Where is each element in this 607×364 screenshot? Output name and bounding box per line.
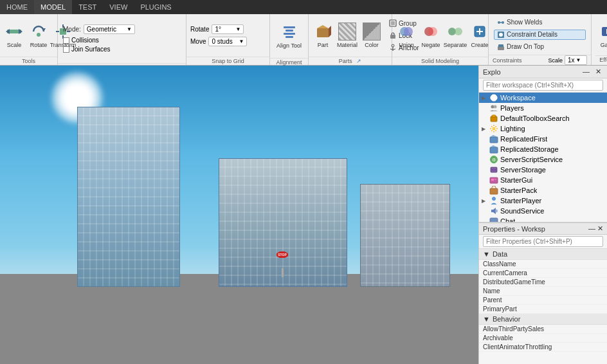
filter-properties-input[interactable]: [483, 236, 603, 247]
prop-client-animator[interactable]: ClientAnimatorThrottling: [479, 343, 607, 352]
ribbon-effects-section: Game Effects: [592, 14, 607, 65]
filter-workspace-input[interactable]: [483, 80, 603, 91]
menu-model[interactable]: MODEL: [34, 0, 72, 14]
prop-primary-label: PrimaryPart: [483, 305, 543, 313]
rotate-dropdown[interactable]: 1° ▼: [212, 24, 244, 34]
constraint-details-button[interactable]: Constraint Details: [494, 30, 586, 40]
prop-parent-value: [543, 296, 604, 304]
collisions-checkbox[interactable]: [63, 37, 69, 44]
prop-dgt-label: DistributedGameTime: [483, 278, 545, 286]
svg-rect-37: [498, 44, 503, 47]
players-label: Players: [500, 104, 524, 112]
chat-label: Chat: [500, 217, 515, 222]
material-icon: [338, 23, 356, 41]
data-section-label: Data: [493, 250, 507, 258]
align-tool-button[interactable]: Align Tool: [273, 17, 305, 55]
mode-label: Mode:: [63, 26, 81, 33]
prop-parent[interactable]: Parent: [479, 296, 607, 305]
properties-close-btn[interactable]: ✕: [597, 224, 603, 233]
join-surfaces-checkbox[interactable]: [63, 46, 69, 53]
building-tall-windows: [78, 107, 179, 286]
parts-expand[interactable]: ↗: [356, 58, 361, 64]
create-button[interactable]: Create: [468, 16, 491, 55]
prop-classname[interactable]: ClassName: [479, 260, 607, 269]
tree-sound-service[interactable]: SoundService: [479, 206, 607, 216]
svg-rect-57: [491, 179, 494, 181]
properties-header: Properties - Worksp — ✕: [479, 223, 607, 235]
tree-lighting[interactable]: ▶ Lighting: [479, 123, 607, 134]
properties-collapse-btn[interactable]: —: [588, 224, 595, 233]
tools-label: Tools: [0, 57, 57, 65]
tree-server-script[interactable]: ⚙ ServerScriptService: [479, 154, 607, 165]
separate-icon: [446, 23, 464, 41]
lighting-icon: [489, 124, 498, 133]
prop-classname-label: ClassName: [483, 260, 543, 268]
tree-replicated-first[interactable]: ReplicatedFirst: [479, 134, 607, 144]
move-dropdown[interactable]: 0 studs ▼: [208, 37, 247, 46]
menu-view[interactable]: VIEW: [103, 0, 134, 14]
explorer-header: Explo — ✕: [479, 66, 607, 78]
tree-server-storage[interactable]: ServerStorage: [479, 165, 607, 175]
prop-allow-third-party[interactable]: AllowThirdPartySales: [479, 325, 607, 334]
tree-starter-pack[interactable]: StarterPack: [479, 185, 607, 196]
lighting-arrow: ▶: [482, 126, 489, 132]
svg-point-25: [428, 27, 437, 36]
menu-plugins[interactable]: PLUGINS: [134, 0, 177, 14]
rotate-icon: [30, 23, 48, 41]
rep-storage-icon: [489, 145, 498, 154]
behavior-section-header[interactable]: ▼ Behavior: [479, 314, 607, 325]
prop-ca-label: ClientAnimatorThrottling: [483, 343, 552, 350]
svg-rect-48: [490, 137, 498, 143]
viewport[interactable]: STOP: [0, 66, 478, 364]
scale-dropdown[interactable]: 1x ▼: [565, 55, 587, 65]
draw-on-top-button[interactable]: Draw On Top: [494, 42, 586, 52]
negate-button[interactable]: Negate: [419, 16, 442, 55]
menu-home[interactable]: HOME: [0, 0, 34, 14]
svg-rect-12: [284, 33, 295, 35]
svg-rect-11: [285, 30, 293, 32]
scale-button[interactable]: Scale: [3, 16, 26, 55]
parts-label: Parts ↗: [309, 57, 392, 65]
workspace-label: Workspace: [500, 94, 536, 102]
tree-workspace[interactable]: ▶ Workspace: [479, 93, 607, 103]
menu-test[interactable]: TEST: [72, 0, 103, 14]
show-welds-button[interactable]: Show Welds: [494, 17, 586, 28]
prop-archivable[interactable]: Archivable: [479, 334, 607, 343]
data-section-header[interactable]: ▼ Data: [479, 249, 607, 260]
prop-atp-value: [544, 325, 603, 332]
collisions-label: Collisions: [71, 37, 99, 44]
svg-rect-38: [602, 27, 607, 36]
svg-point-27: [455, 28, 462, 35]
stop-sign-octagon: STOP: [276, 251, 288, 258]
workspace-arrow: ▶: [482, 95, 489, 101]
tree-starter-player[interactable]: ▶ StarterPlayer: [479, 196, 607, 206]
prop-name[interactable]: Name: [479, 287, 607, 296]
svg-point-31: [498, 21, 500, 24]
starter-pack-icon: [489, 186, 498, 195]
explorer-collapse-btn[interactable]: —: [581, 67, 592, 77]
prop-current-camera[interactable]: CurrentCamera: [479, 269, 607, 278]
effects-button[interactable]: Game: [595, 16, 607, 55]
city-scene: STOP: [0, 66, 478, 364]
starter-gui-icon: [489, 176, 498, 185]
separate-button[interactable]: Separate: [444, 16, 467, 55]
union-button[interactable]: Union: [395, 16, 418, 55]
tree-players[interactable]: Players: [479, 103, 607, 113]
rotate-button[interactable]: Rotate: [27, 16, 50, 55]
prop-primary-part[interactable]: PrimaryPart: [479, 305, 607, 314]
svg-point-35: [499, 33, 503, 37]
part-button[interactable]: Part: [311, 16, 334, 55]
color-button[interactable]: Color: [360, 16, 383, 55]
explorer-close-btn[interactable]: ✕: [593, 67, 603, 77]
tree-default-toolbox[interactable]: DefaultToolboxSearch: [479, 113, 607, 123]
tree-replicated-storage[interactable]: ReplicatedStorage: [479, 144, 607, 154]
server-storage-icon: [489, 165, 498, 174]
mode-dropdown[interactable]: Geometric ▼: [84, 24, 135, 34]
ribbon: Scale Rotate: [0, 14, 607, 66]
tree-starter-gui[interactable]: StarterGui: [479, 175, 607, 185]
tree-chat[interactable]: Chat: [479, 216, 607, 222]
prop-distributed-game-time[interactable]: DistributedGameTime: [479, 278, 607, 287]
building-small-windows: [361, 185, 449, 286]
svg-rect-13: [285, 36, 293, 38]
material-button[interactable]: Material: [336, 16, 359, 55]
